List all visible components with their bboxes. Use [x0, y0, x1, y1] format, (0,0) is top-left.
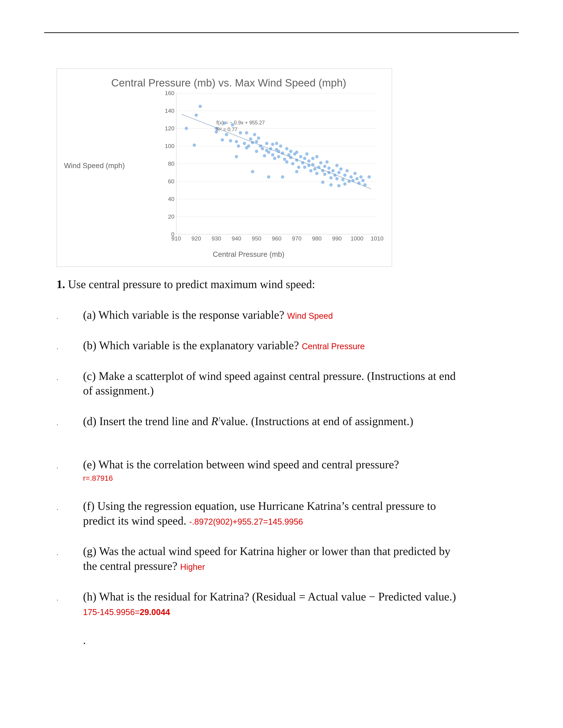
- data-point: [235, 155, 238, 158]
- bullet-icon: .: [56, 340, 83, 350]
- q-letter: (e): [83, 458, 96, 471]
- data-point: [339, 167, 343, 171]
- data-point: [235, 140, 238, 143]
- reg-eq: f(x) = − 0.9x + 955.27: [216, 120, 265, 126]
- data-point: [362, 179, 365, 182]
- question-d: . (d) Insert the trend line and R!value.…: [56, 414, 458, 429]
- data-point: [307, 159, 311, 163]
- data-point: [271, 143, 274, 146]
- data-point: [261, 147, 264, 150]
- chart-ylabel: Wind Speed (mph): [64, 161, 125, 170]
- q-letter: (d): [83, 415, 96, 428]
- x-tick-label: 1010: [371, 235, 384, 242]
- data-point: [243, 142, 246, 145]
- q-text: Which variable is the response variable?: [98, 309, 285, 321]
- data-point: [313, 167, 317, 171]
- y-tick-label: 60: [168, 178, 174, 185]
- data-point: [273, 157, 276, 160]
- data-point: [297, 166, 301, 169]
- data-point: [303, 157, 307, 160]
- data-point: [329, 183, 333, 187]
- data-point: [279, 144, 283, 148]
- chart-regression-label: f(x) = − 0.9x + 955.27 R² = 0.77: [216, 119, 265, 133]
- x-tick-label: 940: [231, 235, 241, 242]
- q-answer: Wind Speed: [287, 311, 333, 321]
- question-lead-text: Use central pressure to predict maximum …: [68, 278, 315, 291]
- data-point: [360, 175, 363, 179]
- data-point: [271, 153, 274, 157]
- question-e: . (e) What is the correlation between wi…: [56, 457, 458, 483]
- bullet-icon: .: [56, 500, 83, 511]
- data-point: [356, 177, 359, 180]
- bullet-icon: .: [56, 370, 83, 381]
- question-a: . (a) Which variable is the response var…: [56, 308, 458, 323]
- data-point: [289, 150, 292, 153]
- data-point: [327, 167, 331, 170]
- data-point: [184, 127, 188, 130]
- bullet-icon: .: [56, 416, 83, 426]
- data-point: [329, 176, 333, 180]
- data-point: [321, 181, 325, 184]
- data-point: [295, 151, 299, 154]
- data-point: [345, 169, 349, 173]
- data-point: [277, 155, 280, 158]
- chart-points: [176, 93, 377, 234]
- q-answer: Central Pressure: [302, 342, 365, 351]
- x-tick-label: 990: [332, 235, 342, 242]
- data-point: [349, 175, 353, 179]
- data-point: [199, 105, 202, 108]
- scatter-chart: Central Pressure (mb) vs. Max Wind Speed…: [56, 68, 392, 267]
- q-letter: (b): [83, 339, 96, 352]
- q-letter: (f): [83, 500, 94, 512]
- question-g: . (g) Was the actual wind speed for Katr…: [56, 544, 458, 573]
- x-tick-label: 910: [171, 235, 181, 242]
- data-point: [247, 144, 250, 148]
- data-point: [281, 175, 285, 179]
- x-tick-label: 970: [292, 235, 302, 242]
- data-point: [311, 157, 315, 160]
- data-point: [263, 154, 266, 158]
- reg-r2: R² = 0.77: [216, 127, 237, 132]
- data-point: [285, 147, 289, 150]
- terminal-dot: .: [83, 634, 458, 647]
- question-number: 1.: [56, 278, 65, 291]
- data-point: [299, 155, 303, 158]
- data-point: [225, 133, 228, 136]
- chart-x-ticks: 91092093094095096097098099010001010: [176, 234, 377, 242]
- q-letter: (h): [83, 590, 96, 603]
- question-h: . (h) What is the residual for Katrina? …: [56, 589, 458, 619]
- data-point: [267, 175, 270, 179]
- questions: 1. Use central pressure to predict maxim…: [56, 277, 458, 647]
- q-text: Which variable is the explanatory variab…: [99, 339, 299, 352]
- data-point: [257, 137, 260, 140]
- y-tick-label: 80: [168, 160, 174, 167]
- q-answer: r=.87916: [83, 473, 399, 483]
- q-answer-part1: 175-145.9956=: [83, 608, 140, 617]
- data-point: [229, 139, 232, 143]
- data-point: [305, 152, 309, 156]
- y-tick-label: 160: [165, 90, 174, 97]
- y-tick-label: 20: [168, 213, 174, 220]
- bullet-icon: .: [56, 546, 83, 556]
- question-c: . (c) Make a scatterplot of wind speed a…: [56, 369, 458, 398]
- data-point: [309, 169, 313, 173]
- chart-title: Central Pressure (mb) vs. Max Wind Speed…: [57, 77, 392, 89]
- chart-plot-area: 020406080100120140160 910920930940950960…: [176, 93, 377, 234]
- data-point: [253, 133, 256, 136]
- data-point: [315, 172, 319, 175]
- data-point: [331, 169, 335, 173]
- data-point: [325, 160, 329, 164]
- data-point: [353, 172, 357, 175]
- x-tick-label: 1000: [351, 235, 364, 242]
- chart-xlabel: Central Pressure (mb): [57, 250, 392, 259]
- y-tick-label: 100: [165, 143, 174, 150]
- q-letter: (g): [83, 545, 96, 557]
- q-answer: -.8972(902)+955.27=145.9956: [189, 517, 303, 526]
- data-point: [343, 174, 347, 177]
- data-point: [275, 142, 278, 145]
- question-b: . (b) Which variable is the explanatory …: [56, 338, 458, 353]
- bullet-icon: .: [56, 459, 83, 469]
- data-point: [323, 165, 327, 168]
- bullet-icon: .: [56, 309, 83, 320]
- y-tick-label: 120: [165, 125, 174, 132]
